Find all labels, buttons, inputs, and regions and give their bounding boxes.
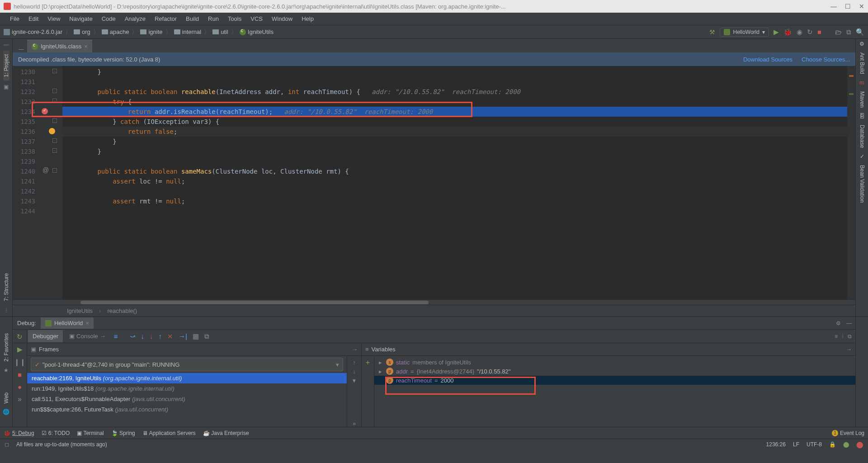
expand-icon[interactable]: → (846, 346, 852, 353)
java-enterprise-tool-button[interactable]: ☕ Java Enterprise (203, 430, 249, 436)
arrow-down-icon[interactable]: ↓ (353, 369, 356, 375)
step-into-icon[interactable]: ↓ (139, 332, 146, 340)
minimap[interactable] (847, 66, 855, 299)
menu-build[interactable]: Build (181, 15, 203, 22)
crumb-jar[interactable]: ignite-core-2.6.0.jar (4, 28, 62, 35)
debug-tool-button[interactable]: 🐞5: Debug (4, 430, 34, 436)
maven-tool-button[interactable]: Maven (859, 88, 865, 111)
close-tab-icon[interactable]: × (85, 320, 89, 326)
drop-frame-icon[interactable]: ⨯ (165, 332, 175, 340)
menu-code[interactable]: Code (97, 15, 120, 22)
arrow-up-icon[interactable]: ↑ (353, 359, 356, 366)
crumb-class[interactable]: IgniteUtils (240, 28, 274, 35)
database-tool-button[interactable]: Database (859, 121, 865, 151)
menu-run[interactable]: Run (203, 15, 223, 22)
stack-frames-list[interactable]: reachable:2169, IgniteUtils (org.apache.… (27, 373, 347, 415)
layout-icon[interactable]: ⦙ (842, 333, 843, 340)
fold-icon[interactable]: − (52, 99, 57, 103)
close-tab-icon[interactable]: × (84, 43, 88, 50)
crumb-internal[interactable]: internal (174, 28, 202, 35)
more-icon[interactable]: » (18, 394, 22, 405)
code-editor[interactable]: 123012311232 123312341235 123612371238 1… (13, 66, 855, 299)
structure-tool-button[interactable]: 7: Structure (3, 269, 9, 305)
encoding[interactable]: UTF-8 (807, 441, 822, 448)
gear-icon[interactable]: ⚙ (836, 320, 841, 326)
menu-file[interactable]: File (5, 15, 24, 22)
update-icon[interactable]: 🗁 (835, 28, 842, 36)
stack-frame-item[interactable]: run:1949, IgniteUtils$18 (org.apache.ign… (27, 383, 347, 394)
crumb-class[interactable]: IgniteUtils (67, 307, 93, 314)
terminal-tool-button[interactable]: ▣ Terminal (77, 430, 104, 436)
menu-edit[interactable]: Edit (24, 15, 43, 22)
show-execution-point-icon[interactable]: ≡ (112, 332, 120, 340)
crumb-apache[interactable]: apache (102, 28, 129, 35)
debug-session-tab[interactable]: HelloWorld × (41, 317, 94, 329)
crumb-org[interactable]: org (74, 28, 90, 35)
choose-sources-link[interactable]: Choose Sources... (802, 56, 850, 63)
fold-icon[interactable]: − (52, 118, 57, 123)
variables-tree[interactable]: ▸ s static members of IgniteUtils ▸ p ad… (374, 356, 855, 427)
minimize-icon[interactable]: — (830, 3, 837, 10)
run-to-cursor-icon[interactable]: →| (177, 332, 189, 340)
run-icon[interactable]: ▶ (774, 28, 779, 36)
layout-icon[interactable]: ≡ (835, 333, 838, 340)
horizontal-scrollbar[interactable] (13, 299, 855, 305)
event-log-button[interactable]: 1Event Log (832, 430, 864, 436)
menu-tools[interactable]: Tools (223, 15, 246, 22)
fold-icon[interactable]: − (52, 148, 57, 153)
restore-layout-icon[interactable]: ⧉ (848, 333, 852, 340)
fold-icon[interactable]: − (52, 89, 57, 93)
override-icon[interactable]: @ (42, 166, 49, 174)
variable-item[interactable]: p reachTimeout = 2000 (374, 376, 855, 385)
chevron-right-icon[interactable]: ▸ (379, 359, 383, 366)
collapse-icon[interactable]: — (4, 39, 9, 51)
fold-icon[interactable]: − (52, 168, 57, 173)
coverage-icon[interactable]: ◉ (797, 28, 802, 36)
step-out-icon[interactable]: ↑ (157, 332, 164, 340)
favorites-tool-button[interactable]: 2: Favorites (3, 330, 9, 365)
tool-windows-icon[interactable]: ◻ (5, 441, 9, 448)
download-sources-link[interactable]: Download Sources (743, 56, 793, 63)
minimize-icon[interactable]: — (846, 320, 852, 326)
fold-icon[interactable]: − (52, 69, 57, 73)
run-config-selector[interactable]: HelloWorld ▾ (720, 28, 769, 37)
menu-navigate[interactable]: Navigate (65, 15, 97, 22)
build-icon[interactable]: ⚒ (709, 28, 715, 36)
error-icon[interactable]: ⬤ (856, 441, 863, 448)
breakpoints-icon[interactable]: ● (18, 382, 22, 392)
gutter[interactable]: − − − − − − @ − (40, 66, 62, 299)
console-tab[interactable]: ▣Console→ (65, 330, 110, 342)
crumb-util[interactable]: util (212, 28, 228, 35)
menu-vcs[interactable]: VCS (246, 15, 267, 22)
step-over-icon[interactable]: ⤻ (128, 332, 137, 340)
expand-icon[interactable]: — (19, 46, 24, 52)
debug-icon[interactable]: 🐞 (783, 28, 792, 36)
variable-item[interactable]: ▸ s static members of IgniteUtils (374, 358, 855, 367)
todo-tool-button[interactable]: ☑6: TODO (42, 430, 70, 436)
profile-icon[interactable]: ↻ (807, 28, 813, 36)
resume-icon[interactable]: ▶ (17, 344, 23, 355)
variable-item[interactable]: ▸ p addr = {Inet4Address@2744} "/10.0.55… (374, 367, 855, 376)
folder-icon[interactable]: ▣ (4, 81, 9, 93)
indicator-icon[interactable]: ⬤ (843, 441, 849, 448)
menu-help[interactable]: Help (297, 15, 318, 22)
spring-tool-button[interactable]: 🍃 Spring (111, 430, 135, 436)
force-step-into-icon[interactable]: ↓ (148, 332, 155, 340)
web-tool-button[interactable]: Web (3, 389, 9, 407)
commit-icon[interactable]: ⧉ (846, 28, 851, 36)
new-watch-button[interactable]: + (362, 356, 374, 427)
crumb-method[interactable]: reachable() (107, 307, 137, 314)
menu-analyze[interactable]: Analyze (120, 15, 150, 22)
fold-icon[interactable]: − (52, 138, 57, 143)
stack-frame-item[interactable]: call:511, Executors$RunnableAdapter (jav… (27, 394, 347, 404)
evaluate-icon[interactable]: ▦ (191, 332, 201, 340)
expand-icon[interactable]: → (352, 346, 358, 353)
stop-icon[interactable]: ■ (18, 369, 22, 380)
trace-icon[interactable]: ⧉ (203, 332, 211, 340)
maximize-icon[interactable]: ☐ (845, 3, 851, 10)
more-icon[interactable]: » (353, 420, 356, 427)
editor-tab-igniteutils[interactable]: IgniteUtils.class × (27, 40, 92, 52)
project-tool-button[interactable]: 1: Project (3, 51, 9, 81)
intention-bulb-icon[interactable] (49, 128, 55, 134)
lock-icon[interactable]: 🔒 (829, 441, 836, 448)
